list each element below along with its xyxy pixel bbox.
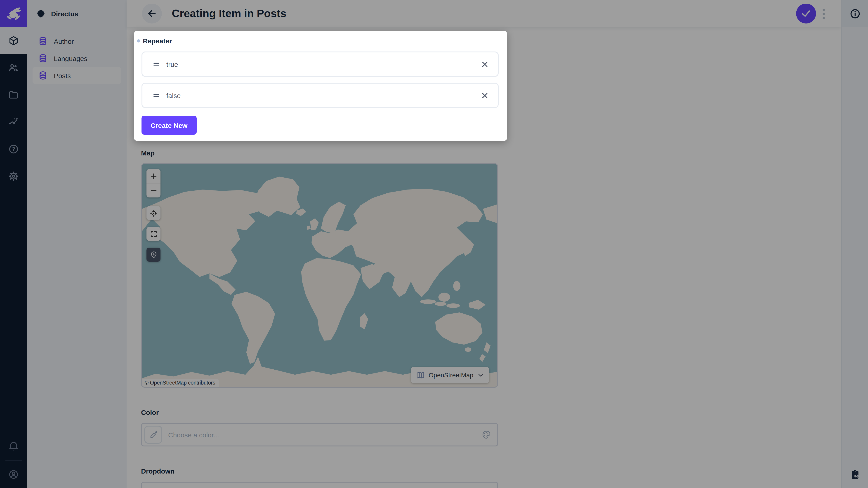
app-window: ? [0, 0, 868, 488]
repeater-item-value: false [166, 92, 479, 99]
field-edited-dot [137, 39, 140, 42]
repeater-item[interactable]: false [142, 83, 499, 108]
remove-item-button[interactable] [479, 90, 490, 101]
repeater-label-row: Repeater [137, 36, 500, 46]
drag-handle-icon[interactable] [152, 91, 161, 100]
repeater-item-value: true [166, 60, 479, 68]
repeater-popup: Repeater true false Crea [134, 31, 507, 141]
remove-item-button[interactable] [479, 59, 490, 70]
create-new-button[interactable]: Create New [142, 116, 196, 135]
repeater-item[interactable]: true [142, 52, 499, 77]
close-icon [480, 60, 489, 68]
drag-handle-icon[interactable] [152, 60, 161, 69]
repeater-field-label: Repeater [143, 37, 172, 45]
close-icon [480, 91, 489, 100]
